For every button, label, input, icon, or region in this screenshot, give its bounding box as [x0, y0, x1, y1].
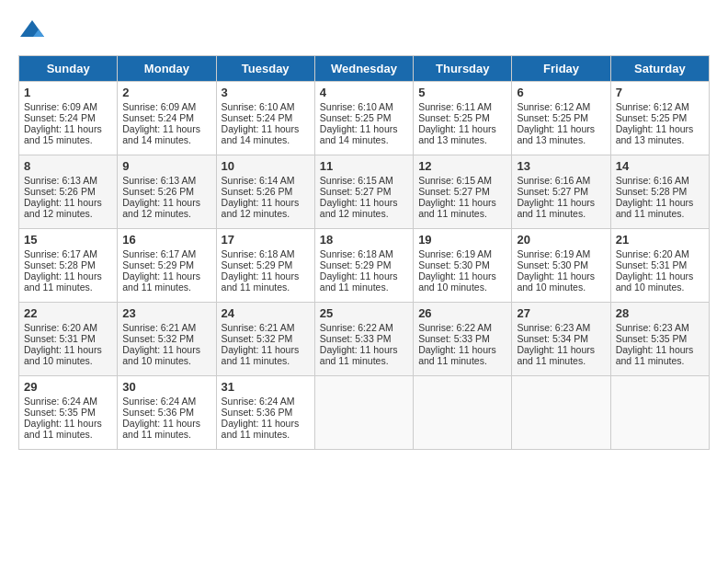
day-number: 21: [616, 233, 704, 247]
calendar-cell: 14Sunrise: 6:16 AMSunset: 5:28 PMDayligh…: [610, 155, 709, 229]
calendar-cell: 5Sunrise: 6:11 AMSunset: 5:25 PMDaylight…: [414, 82, 512, 155]
day-number: 31: [222, 380, 310, 394]
calendar-week-3: 15Sunrise: 6:17 AMSunset: 5:28 PMDayligh…: [19, 229, 710, 303]
day-number: 26: [418, 306, 506, 320]
calendar-week-1: 1Sunrise: 6:09 AMSunset: 5:24 PMDaylight…: [19, 82, 710, 155]
calendar-cell: 13Sunrise: 6:16 AMSunset: 5:27 PMDayligh…: [512, 155, 610, 229]
calendar-week-4: 22Sunrise: 6:20 AMSunset: 5:31 PMDayligh…: [19, 303, 710, 376]
header-wednesday: Wednesday: [314, 56, 413, 82]
calendar-cell: 26Sunrise: 6:22 AMSunset: 5:33 PMDayligh…: [414, 303, 512, 376]
day-number: 20: [517, 233, 605, 247]
calendar-week-5: 29Sunrise: 6:24 AMSunset: 5:35 PMDayligh…: [19, 376, 710, 450]
day-number: 24: [222, 306, 310, 320]
day-number: 13: [517, 159, 605, 173]
header-saturday: Saturday: [610, 56, 709, 82]
day-number: 10: [222, 159, 310, 173]
day-number: 25: [320, 306, 408, 320]
calendar-week-2: 8Sunrise: 6:13 AMSunset: 5:26 PMDaylight…: [19, 155, 710, 229]
calendar-cell: 11Sunrise: 6:15 AMSunset: 5:27 PMDayligh…: [314, 155, 413, 229]
calendar-cell: 15Sunrise: 6:17 AMSunset: 5:28 PMDayligh…: [19, 229, 118, 303]
calendar-cell: 23Sunrise: 6:21 AMSunset: 5:32 PMDayligh…: [118, 303, 216, 376]
header-sunday: Sunday: [19, 56, 118, 82]
calendar-cell: 24Sunrise: 6:21 AMSunset: 5:32 PMDayligh…: [216, 303, 314, 376]
day-number: 15: [24, 233, 112, 247]
calendar-cell: [512, 376, 610, 450]
calendar-cell: 1Sunrise: 6:09 AMSunset: 5:24 PMDaylight…: [19, 82, 118, 155]
calendar-cell: [414, 376, 512, 450]
calendar-cell: 31Sunrise: 6:24 AMSunset: 5:36 PMDayligh…: [216, 376, 314, 450]
calendar-cell: 17Sunrise: 6:18 AMSunset: 5:29 PMDayligh…: [216, 229, 314, 303]
day-number: 6: [517, 86, 605, 99]
calendar-cell: 21Sunrise: 6:20 AMSunset: 5:31 PMDayligh…: [610, 229, 709, 303]
calendar-cell: [610, 376, 709, 450]
day-number: 30: [122, 380, 210, 394]
calendar-cell: 19Sunrise: 6:19 AMSunset: 5:30 PMDayligh…: [414, 229, 512, 303]
calendar-header-row: SundayMondayTuesdayWednesdayThursdayFrid…: [19, 56, 710, 82]
logo: [18, 18, 51, 46]
day-number: 7: [616, 86, 704, 99]
calendar-body: 1Sunrise: 6:09 AMSunset: 5:24 PMDaylight…: [19, 82, 710, 450]
day-number: 5: [418, 86, 506, 99]
calendar-cell: 2Sunrise: 6:09 AMSunset: 5:24 PMDaylight…: [118, 82, 216, 155]
header-thursday: Thursday: [414, 56, 512, 82]
calendar-cell: 4Sunrise: 6:10 AMSunset: 5:25 PMDaylight…: [314, 82, 413, 155]
calendar-cell: 22Sunrise: 6:20 AMSunset: 5:31 PMDayligh…: [19, 303, 118, 376]
calendar-cell: 9Sunrise: 6:13 AMSunset: 5:26 PMDaylight…: [118, 155, 216, 229]
calendar-cell: 10Sunrise: 6:14 AMSunset: 5:26 PMDayligh…: [216, 155, 314, 229]
day-number: 16: [122, 233, 210, 247]
day-number: 18: [320, 233, 408, 247]
header-tuesday: Tuesday: [216, 56, 314, 82]
calendar-cell: 12Sunrise: 6:15 AMSunset: 5:27 PMDayligh…: [414, 155, 512, 229]
day-number: 23: [122, 306, 210, 320]
day-number: 1: [24, 86, 112, 99]
header-friday: Friday: [512, 56, 610, 82]
calendar-cell: 27Sunrise: 6:23 AMSunset: 5:34 PMDayligh…: [512, 303, 610, 376]
calendar-cell: 29Sunrise: 6:24 AMSunset: 5:35 PMDayligh…: [19, 376, 118, 450]
day-number: 9: [122, 159, 210, 173]
day-number: 4: [320, 86, 408, 99]
day-number: 19: [418, 233, 506, 247]
day-number: 8: [24, 159, 112, 173]
day-number: 12: [418, 159, 506, 173]
calendar-cell: 16Sunrise: 6:17 AMSunset: 5:29 PMDayligh…: [118, 229, 216, 303]
day-number: 3: [222, 86, 310, 99]
day-number: 11: [320, 159, 408, 173]
calendar-cell: 18Sunrise: 6:18 AMSunset: 5:29 PMDayligh…: [314, 229, 413, 303]
day-number: 29: [24, 380, 112, 394]
calendar-cell: 25Sunrise: 6:22 AMSunset: 5:33 PMDayligh…: [314, 303, 413, 376]
calendar-cell: 3Sunrise: 6:10 AMSunset: 5:24 PMDaylight…: [216, 82, 314, 155]
day-number: 17: [222, 233, 310, 247]
calendar-cell: 6Sunrise: 6:12 AMSunset: 5:25 PMDaylight…: [512, 82, 610, 155]
page-header: [18, 18, 710, 46]
header-monday: Monday: [118, 56, 216, 82]
day-number: 28: [616, 306, 704, 320]
calendar-cell: 7Sunrise: 6:12 AMSunset: 5:25 PMDaylight…: [610, 82, 709, 155]
calendar-cell: 20Sunrise: 6:19 AMSunset: 5:30 PMDayligh…: [512, 229, 610, 303]
calendar-cell: 28Sunrise: 6:23 AMSunset: 5:35 PMDayligh…: [610, 303, 709, 376]
logo-icon: [18, 18, 46, 46]
calendar-cell: 30Sunrise: 6:24 AMSunset: 5:36 PMDayligh…: [118, 376, 216, 450]
calendar-table: SundayMondayTuesdayWednesdayThursdayFrid…: [18, 55, 710, 450]
calendar-cell: 8Sunrise: 6:13 AMSunset: 5:26 PMDaylight…: [19, 155, 118, 229]
calendar-cell: [314, 376, 413, 450]
day-number: 22: [24, 306, 112, 320]
day-number: 27: [517, 306, 605, 320]
day-number: 14: [616, 159, 704, 173]
day-number: 2: [122, 86, 210, 99]
